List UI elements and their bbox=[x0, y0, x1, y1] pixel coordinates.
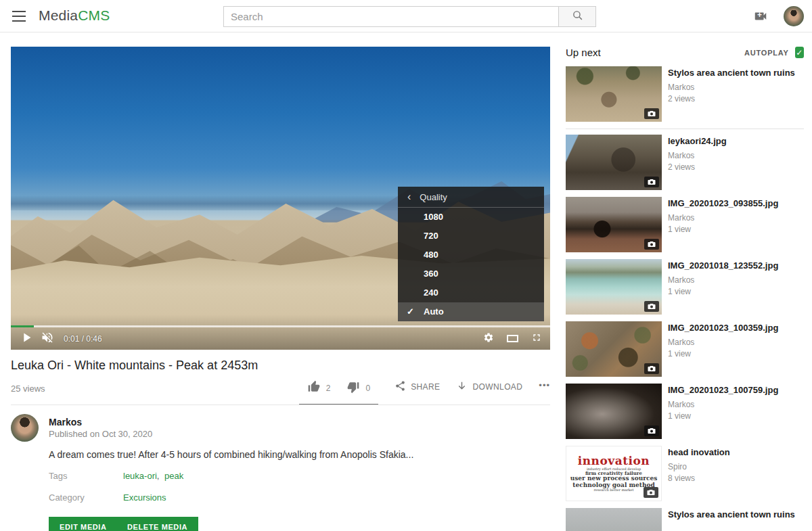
search-button[interactable] bbox=[558, 6, 596, 27]
list-item[interactable]: Stylos area ancient town ruins bbox=[566, 508, 804, 531]
list-item[interactable]: IMG_20201023_093855.jpg Markos 1 view bbox=[566, 197, 804, 252]
item-views: 1 view bbox=[668, 225, 778, 234]
user-avatar[interactable] bbox=[784, 6, 804, 26]
search-input[interactable] bbox=[223, 6, 559, 27]
logo-cms-text: CMS bbox=[78, 7, 110, 23]
item-author: Markos bbox=[668, 400, 778, 409]
check-icon: ✓ bbox=[796, 48, 803, 57]
list-item[interactable]: IMG_20201023_100359.jpg Markos 1 view bbox=[566, 321, 804, 377]
fullscreen-icon bbox=[531, 332, 542, 346]
download-button[interactable]: DOWNLOAD bbox=[456, 379, 522, 394]
quality-menu-title: Quality bbox=[420, 192, 447, 202]
thumbs-up-icon bbox=[307, 380, 321, 396]
item-title[interactable]: Stylos area ancient town ruins bbox=[668, 68, 795, 78]
tags-label: Tags bbox=[49, 471, 67, 481]
more-options-button[interactable]: ••• bbox=[539, 379, 550, 390]
list-item[interactable]: IMG_20201023_100759.jpg Markos 1 view bbox=[566, 384, 804, 439]
share-button[interactable]: SHARE bbox=[394, 379, 440, 394]
item-title[interactable]: IMG_20201023_093855.jpg bbox=[668, 198, 778, 209]
autoplay-checkbox[interactable]: ✓ bbox=[795, 47, 804, 58]
player-controls: 0:01 / 0:46 bbox=[11, 327, 550, 350]
download-arrow-icon bbox=[456, 380, 468, 394]
category-label: Category bbox=[49, 492, 85, 503]
video-player[interactable]: ‹ Quality 1080 720 480 360 240 ✓ Auto bbox=[11, 47, 550, 350]
like-button[interactable] bbox=[307, 380, 321, 396]
tag-leuka-ori[interactable]: leuka-ori bbox=[123, 471, 157, 481]
item-views: 1 view bbox=[668, 411, 778, 421]
thumbnail-img-123552[interactable] bbox=[566, 259, 662, 315]
item-author: Markos bbox=[668, 338, 778, 347]
action-bar: 2 0 SHARE bbox=[311, 379, 550, 405]
search-icon bbox=[572, 9, 583, 24]
camera-icon bbox=[644, 425, 659, 436]
item-title[interactable]: leykaori24.jpg bbox=[668, 136, 727, 147]
item-title[interactable]: Stylos area ancient town ruins bbox=[668, 509, 795, 520]
delete-media-button[interactable]: DELETE MEDIA bbox=[116, 517, 198, 531]
list-item[interactable]: Stylos area ancient town ruins Markos 2 … bbox=[566, 66, 804, 122]
play-button[interactable] bbox=[19, 330, 34, 348]
item-author: Spiro bbox=[668, 462, 730, 471]
share-icon bbox=[394, 380, 406, 394]
video-camera-plus-icon: + bbox=[752, 9, 769, 26]
author-name[interactable]: Markos bbox=[49, 417, 82, 428]
fullscreen-button[interactable] bbox=[531, 332, 542, 346]
item-title[interactable]: IMG_20201023_100359.jpg bbox=[668, 323, 778, 333]
item-author: Markos bbox=[668, 213, 778, 223]
check-icon: ✓ bbox=[407, 302, 414, 321]
mute-button[interactable] bbox=[41, 331, 54, 347]
item-views: 2 views bbox=[668, 162, 727, 172]
logo[interactable]: MediaCMS bbox=[39, 7, 110, 24]
quality-option-480[interactable]: 480 bbox=[398, 246, 544, 264]
download-label: DOWNLOAD bbox=[472, 382, 522, 392]
quality-option-1080[interactable]: 1080 bbox=[398, 208, 544, 227]
category-excursions[interactable]: Excursions bbox=[123, 492, 166, 503]
view-count: 25 views bbox=[11, 384, 45, 394]
list-item[interactable]: IMG_20201018_123552.jpg Markos 1 view bbox=[566, 259, 804, 315]
list-item[interactable]: leykaori24.jpg Markos 2 views bbox=[566, 135, 804, 190]
camera-icon bbox=[644, 177, 659, 187]
thumbnail-leykaori24[interactable] bbox=[566, 135, 662, 190]
time-display: 0:01 / 0:46 bbox=[64, 334, 102, 344]
video-title: Leuka Ori - White mountains - Peak at 24… bbox=[11, 359, 471, 373]
item-views: 2 views bbox=[668, 94, 795, 103]
tag-peak[interactable]: peak bbox=[164, 471, 183, 481]
dislike-count: 0 bbox=[365, 384, 370, 393]
theater-mode-button[interactable] bbox=[507, 335, 518, 342]
list-divider bbox=[566, 129, 804, 129]
gear-icon bbox=[483, 332, 494, 346]
camera-icon bbox=[644, 301, 659, 312]
item-views: 1 view bbox=[668, 349, 778, 359]
section-divider bbox=[11, 405, 550, 405]
item-title[interactable]: IMG_20201018_123552.jpg bbox=[668, 260, 778, 271]
thumbnail-img-100359[interactable] bbox=[566, 321, 662, 377]
thumbnail-img-093855[interactable] bbox=[566, 197, 662, 252]
quality-menu: ‹ Quality 1080 720 480 360 240 ✓ Auto bbox=[398, 187, 544, 321]
author-avatar[interactable] bbox=[11, 414, 39, 442]
item-author: Markos bbox=[668, 275, 778, 285]
quality-option-240[interactable]: 240 bbox=[398, 283, 544, 302]
settings-button[interactable] bbox=[483, 332, 494, 346]
item-title[interactable]: head inovation bbox=[668, 447, 730, 458]
volume-muted-icon bbox=[41, 331, 54, 347]
menu-icon[interactable] bbox=[12, 11, 26, 22]
item-views: 8 views bbox=[668, 474, 730, 483]
share-label: SHARE bbox=[411, 382, 440, 392]
upload-media-button[interactable]: + bbox=[752, 9, 769, 24]
rate-group: 2 0 bbox=[299, 379, 378, 405]
thumbs-down-icon bbox=[346, 380, 360, 396]
video-description: A dream comes true! After 4-5 hours of c… bbox=[49, 449, 482, 460]
item-author: Markos bbox=[668, 151, 727, 160]
dislike-button[interactable] bbox=[346, 380, 360, 396]
thumbnail-stylos-ruins[interactable] bbox=[566, 66, 662, 122]
quality-option-360[interactable]: 360 bbox=[398, 264, 544, 283]
list-item[interactable]: innovation industry effort reduced devel… bbox=[566, 446, 804, 501]
quality-option-720[interactable]: 720 bbox=[398, 227, 544, 246]
quality-menu-header[interactable]: ‹ Quality bbox=[398, 187, 544, 208]
thumbnail-img-100759[interactable] bbox=[566, 384, 662, 439]
thumbnail-head-inovation[interactable]: innovation industry effort reduced devel… bbox=[566, 446, 662, 501]
up-next-list: Stylos area ancient town ruins Markos 2 … bbox=[566, 66, 804, 531]
item-title[interactable]: IMG_20201023_100759.jpg bbox=[668, 385, 778, 396]
edit-media-button[interactable]: EDIT MEDIA bbox=[49, 517, 118, 531]
quality-option-auto[interactable]: ✓ Auto bbox=[398, 302, 544, 321]
thumbnail-stylos-ruins-2[interactable] bbox=[566, 508, 662, 531]
